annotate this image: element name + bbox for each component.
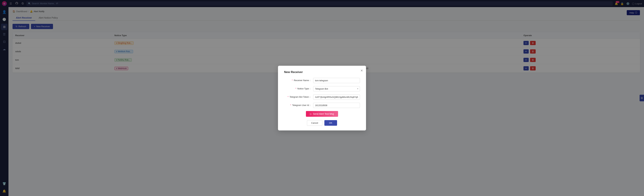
notice-type-row: * Notice Type： Telegram Bot DingDing Rob… bbox=[284, 86, 360, 92]
send-test-label: Send Alert Test Msg bbox=[313, 112, 334, 115]
ok-button[interactable]: OK bbox=[324, 120, 337, 126]
user-id-label: * Telegram User Id： bbox=[284, 104, 311, 107]
modal-title: New Receiver bbox=[284, 71, 360, 74]
send-test-button[interactable]: ▷ Send Alert Test Msg bbox=[306, 111, 338, 117]
cancel-button[interactable]: Cancel bbox=[307, 120, 322, 126]
modal-close-button[interactable]: ✕ bbox=[360, 69, 363, 73]
notice-type-select[interactable]: Telegram Bot DingDing Robot WeWork Robot… bbox=[313, 86, 360, 92]
required-star: * bbox=[288, 96, 288, 98]
receiver-name-input[interactable] bbox=[313, 78, 360, 83]
user-id-row: * Telegram User Id： bbox=[284, 103, 360, 108]
bot-token-input[interactable] bbox=[313, 95, 360, 100]
new-receiver-modal: New Receiver ✕ * Receiver Name： * Notice… bbox=[278, 66, 366, 130]
receiver-name-label: * Receiver Name： bbox=[284, 79, 311, 82]
send-icon: ▷ bbox=[310, 112, 312, 115]
required-star: * bbox=[290, 104, 291, 106]
notice-type-select-wrap: Telegram Bot DingDing Robot WeWork Robot… bbox=[313, 86, 360, 92]
required-star: * bbox=[292, 79, 293, 82]
receiver-name-row: * Receiver Name： bbox=[284, 78, 360, 83]
modal-overlay: New Receiver ✕ * Receiver Name： * Notice… bbox=[0, 0, 644, 196]
bot-token-label: * Telegram Bot Token： bbox=[284, 96, 311, 98]
modal-footer: Cancel OK bbox=[284, 120, 360, 126]
user-id-input[interactable] bbox=[313, 103, 360, 108]
bot-token-row: * Telegram Bot Token： bbox=[284, 95, 360, 100]
required-star: * bbox=[296, 87, 296, 90]
notice-type-label: * Notice Type： bbox=[284, 87, 311, 90]
